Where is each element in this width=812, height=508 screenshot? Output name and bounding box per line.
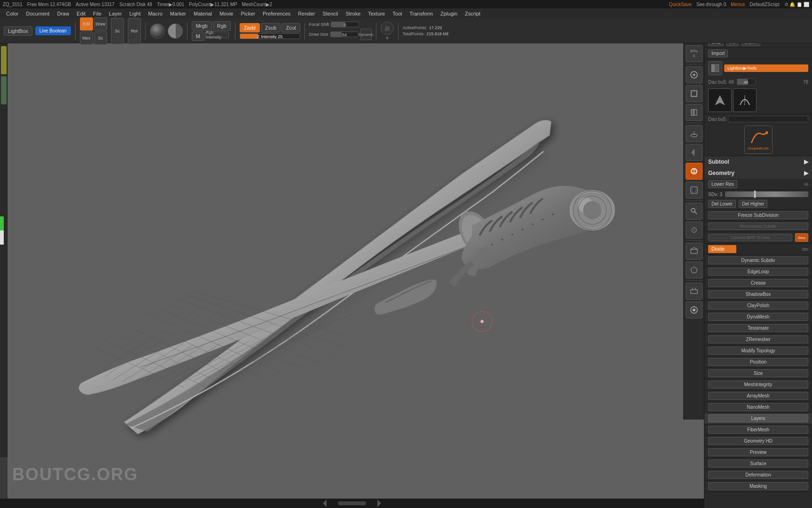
dao-slider[interactable]: 48 (737, 79, 756, 85)
meshintegrity-btn[interactable]: MeshIntegrity (708, 381, 808, 389)
modify-topology-btn[interactable]: Modify Topology (708, 347, 808, 355)
spdiv-icon-btn[interactable] (708, 61, 722, 75)
menu-stroke[interactable]: Stroke (342, 10, 364, 17)
zoom-btn[interactable] (686, 66, 703, 83)
left-panel-btn-2[interactable] (1, 76, 7, 104)
zremesher-btn[interactable]: ZRemesher (708, 335, 808, 343)
divide-btn[interactable]: Divide (708, 245, 736, 253)
polyt-btn[interactable] (686, 262, 703, 278)
solo-btn[interactable] (686, 302, 703, 318)
edgeloop-btn[interactable]: EdgeLoop (708, 268, 808, 276)
shadowbox-btn[interactable]: ShadowBox (708, 290, 808, 298)
menu-zscript[interactable]: Zscript (461, 10, 484, 17)
menu-edit[interactable]: Edit (73, 10, 89, 17)
quick-save[interactable]: QuickSave (669, 2, 692, 7)
layers-btn[interactable]: Layers (708, 414, 808, 422)
freeze-subdiv-btn[interactable]: Freeze SubDivision (708, 211, 808, 219)
menu-marker[interactable]: Marker (167, 10, 189, 17)
brush-arrow-2[interactable] (733, 88, 757, 112)
geometry-hd-btn[interactable]: Geometry HD (708, 437, 808, 445)
tramp-btn[interactable] (686, 283, 703, 300)
scale-btn[interactable]: Sc (94, 32, 107, 45)
menu-tool[interactable]: Tool (389, 10, 405, 17)
lightbox-tools-btn[interactable]: Lightbox▶Tools (724, 64, 808, 72)
rgb-intensity-slider[interactable]: Rgb Intensity (205, 32, 229, 38)
subtool-header[interactable]: Subtool ▶ (704, 156, 812, 167)
scroll-left-btn[interactable] (323, 500, 327, 507)
m-btn[interactable]: M (192, 32, 204, 41)
frame-btn[interactable] (686, 182, 703, 198)
scroll-right-btn[interactable] (377, 500, 381, 507)
rotate-btn[interactable]: Rot (128, 18, 141, 44)
lsym-btn[interactable] (686, 144, 703, 161)
qryz-btn[interactable] (686, 163, 703, 180)
menu-draw[interactable]: Draw (54, 10, 72, 17)
menu-material[interactable]: Material (190, 10, 215, 17)
frame2-btn[interactable] (686, 243, 703, 260)
draw-btn[interactable]: Draw (94, 17, 107, 31)
dynamic-subdiv-btn[interactable]: Dynamic Subdiv (708, 256, 808, 264)
rgb-btn[interactable]: Rgb (213, 21, 231, 31)
dynamic-btn[interactable]: Dynamic (360, 29, 372, 40)
reconstruct-btn[interactable]: Reconstruct Subdiv (708, 222, 808, 230)
deformation-btn[interactable]: Deformation (708, 471, 808, 479)
zsub-btn[interactable]: Zsub (261, 23, 281, 32)
fibermesh-btn[interactable]: FiberMesh (708, 426, 808, 434)
menu-stencil[interactable]: Stencil (319, 10, 341, 17)
nanomesh-btn[interactable]: NanoMesh (708, 403, 808, 411)
sdiv-slider[interactable] (725, 191, 808, 197)
tessimate-btn[interactable]: Tessimate (708, 324, 808, 332)
aahalf-btn[interactable] (686, 104, 703, 121)
menu-file[interactable]: File (90, 10, 105, 17)
dynamesh-btn[interactable]: DynaMesh (708, 313, 808, 321)
crease-btn[interactable]: Crease (708, 279, 808, 287)
menu-render[interactable]: Render (295, 10, 318, 17)
menu-layer[interactable]: Layer (106, 10, 125, 17)
menu-texture[interactable]: Texture (365, 10, 388, 17)
convert-btn[interactable]: Convert BPR To Geo (708, 234, 792, 241)
live-bool-btn[interactable]: Live Boolean (35, 26, 71, 35)
del-lower-btn[interactable]: Del Lower (708, 200, 736, 208)
default-script[interactable]: DefaultZScript (750, 2, 779, 7)
claypolish-btn[interactable]: ClayPolish (708, 302, 808, 310)
surface-btn[interactable]: Surface (708, 460, 808, 468)
spdiv-btn[interactable]: SPix3 (686, 45, 703, 62)
del-higher-btn[interactable]: Del Higher (739, 200, 767, 208)
scale-btn2[interactable]: Sc (111, 18, 124, 44)
menus-btn[interactable]: Menus (731, 2, 745, 7)
menu-preferences[interactable]: Preferences (259, 10, 294, 17)
zcut-btn[interactable]: Zcut (281, 23, 300, 32)
floor-btn[interactable] (686, 125, 703, 142)
geometry-header[interactable]: Geometry ▶ (704, 167, 812, 179)
import-btn[interactable]: Import (708, 49, 728, 57)
camera-icon[interactable]: 🎥 (381, 22, 394, 35)
simple-brush-btn[interactable]: SimpleBrush (744, 126, 773, 154)
menu-macro[interactable]: Macro (145, 10, 166, 17)
material-sphere[interactable] (150, 24, 165, 39)
menu-zplugin[interactable]: Zplugin (437, 10, 461, 17)
menu-picker[interactable]: Picker (237, 10, 258, 17)
cursor-icon-btn[interactable] (686, 222, 703, 238)
edit-btn[interactable]: Edit (80, 17, 93, 31)
arraymesh-btn[interactable]: ArrayMesh (708, 392, 808, 400)
actual-btn[interactable] (686, 85, 703, 102)
preview-btn[interactable]: Preview (708, 448, 808, 456)
menu-light[interactable]: Light (126, 10, 144, 17)
z-intensity-slider[interactable]: Z Intensity 25 (240, 33, 300, 39)
move-btn[interactable]: Mov (80, 32, 93, 45)
zadd-btn[interactable]: Zadd (240, 23, 260, 32)
menu-transform[interactable]: Transform (406, 10, 437, 17)
lightbox-btn[interactable]: LightBox (4, 26, 32, 36)
size-btn[interactable]: Size (708, 369, 808, 377)
focal-shift-slider[interactable]: 0 (331, 22, 359, 27)
mrgb-btn[interactable]: Mrgb (192, 21, 212, 31)
left-panel-btn-1[interactable] (1, 46, 7, 74)
draw-size-slider[interactable]: 54 (330, 32, 359, 37)
see-through[interactable]: See-through 0 (696, 2, 726, 7)
menu-color[interactable]: Color (3, 10, 22, 17)
dao-slider2[interactable] (728, 116, 808, 122)
position-btn[interactable]: Position (708, 358, 808, 366)
canvas-inner[interactable]: BOUTCG.ORG (8, 43, 704, 499)
menu-document[interactable]: Document (23, 10, 53, 17)
color-strip[interactable] (0, 216, 4, 245)
